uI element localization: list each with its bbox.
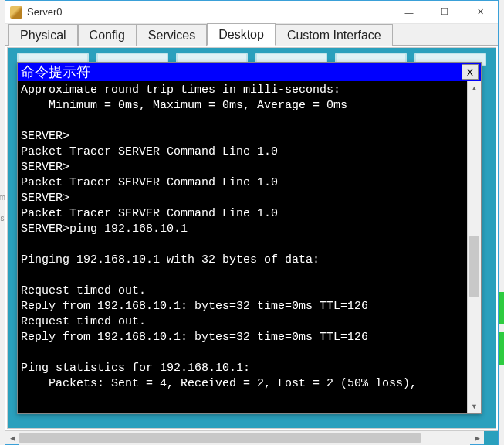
maximize-button[interactable]: ☐ <box>427 1 462 24</box>
command-prompt-close-button[interactable]: X <box>462 64 479 80</box>
scroll-right-icon[interactable]: ▶ <box>470 431 484 445</box>
desktop-area: 命令提示符 X Approximate round trip times in … <box>7 47 496 429</box>
titlebar: Server0 — ☐ ✕ <box>5 1 498 24</box>
bg-green-block <box>499 332 504 365</box>
tab-custom-interface[interactable]: Custom Interface <box>276 24 393 46</box>
scroll-left-icon[interactable]: ◀ <box>5 431 19 445</box>
command-prompt-titlebar[interactable]: 命令提示符 X <box>18 63 481 81</box>
close-button[interactable]: ✕ <box>462 1 498 24</box>
app-icon <box>10 6 22 19</box>
minimize-button[interactable]: — <box>391 1 427 24</box>
command-prompt-window: 命令提示符 X Approximate round trip times in … <box>17 62 482 414</box>
command-prompt-title: 命令提示符 <box>18 63 462 81</box>
hscroll-thumb[interactable] <box>19 433 421 443</box>
bg-green-block <box>499 292 504 324</box>
outer-hscrollbar[interactable]: ◀ ▶ <box>5 430 498 444</box>
terminal-output[interactable]: Approximate round trip times in milli-se… <box>18 81 467 413</box>
scroll-corner <box>484 431 498 445</box>
tabstrip: Physical Config Services Desktop Custom … <box>5 24 498 46</box>
hscroll-track[interactable] <box>19 431 470 445</box>
tab-services[interactable]: Services <box>137 24 207 46</box>
window-title: Server0 <box>27 6 63 18</box>
terminal-vscrollbar[interactable]: ▲ ▼ <box>467 81 481 413</box>
scroll-thumb[interactable] <box>469 236 479 297</box>
tab-config[interactable]: Config <box>78 24 137 46</box>
tab-desktop[interactable]: Desktop <box>207 23 276 46</box>
app-window: Server0 — ☐ ✕ Physical Config Services D… <box>5 0 499 445</box>
scroll-down-icon[interactable]: ▼ <box>468 399 481 413</box>
scroll-up-icon[interactable]: ▲ <box>468 81 481 95</box>
tab-physical[interactable]: Physical <box>8 24 78 46</box>
